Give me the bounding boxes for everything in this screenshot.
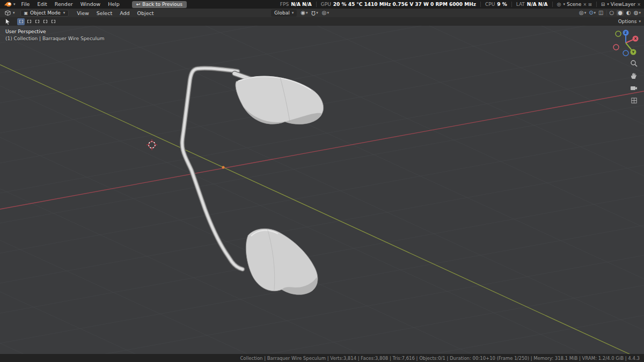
viewport-display-cluster: ◎ ▾ ⊙ ▾ ◫ ○ ● ◐ ◍ ▾ [579, 9, 641, 17]
scene-selector[interactable]: ◎ ▾ Scene × ⊞ [557, 2, 592, 7]
viewport-header: ▾ ▣ Object Mode ▾ View Select Add Object… [0, 9, 644, 17]
menu-edit[interactable]: Edit [33, 0, 50, 9]
cpu-value: 9 % [497, 2, 507, 7]
chevron-down-icon: ▾ [607, 3, 609, 6]
chevron-down-icon: ▾ [594, 11, 596, 15]
remove-viewlayer-icon[interactable]: × [637, 2, 641, 7]
divider [596, 2, 597, 7]
viewlayer-name[interactable]: ViewLayer [611, 2, 635, 7]
editor-type-button[interactable]: ▾ [3, 10, 16, 16]
new-scene-icon[interactable]: ⊞ [588, 2, 592, 7]
view-name-overlay: User Perspective [5, 28, 105, 35]
chevron-down-icon: ▾ [292, 11, 294, 15]
viewport-nav-controls [630, 59, 638, 105]
object-origin-dot[interactable] [222, 166, 225, 169]
scene-name[interactable]: Scene [567, 2, 581, 7]
select-subtract-tool-button[interactable] [33, 18, 41, 25]
cursor-3d [147, 139, 157, 150]
tweak-tool-button[interactable] [3, 18, 12, 25]
overlays-icon: ⊙ [589, 10, 593, 16]
select-subtract-icon [35, 20, 39, 23]
chevron-down-icon: ▾ [13, 11, 15, 15]
menu-object[interactable]: Object [134, 10, 158, 16]
cpu-stat: CPU 9 % [485, 2, 507, 7]
orthographic-toggle-button[interactable] [630, 96, 638, 105]
viewlayer-selector[interactable]: ⊟ ▾ ViewLayer × [601, 2, 641, 7]
select-intersect-tool-button[interactable] [49, 18, 57, 25]
grid-lines-x [0, 26, 644, 354]
shading-solid-icon: ● [618, 10, 623, 16]
viewport-3d[interactable]: User Perspective (1) Collection | Barraq… [0, 26, 644, 354]
back-label: Back to Previous [142, 2, 182, 7]
select-intersect-icon [52, 20, 55, 23]
lat-label: LAT [516, 2, 525, 7]
speculum-model[interactable] [182, 68, 323, 294]
gizmo-z-neg[interactable] [623, 50, 628, 56]
lat-value: N/A N/A [527, 2, 548, 7]
select-box-tool-button[interactable] [17, 18, 25, 25]
menu-select[interactable]: Select [93, 10, 116, 16]
orientation-selector[interactable]: Global ▾ [271, 10, 297, 17]
divider [511, 2, 512, 7]
fps-value: N/A N/A [291, 2, 312, 7]
xray-toggle-button[interactable]: ◫ [598, 10, 603, 16]
select-extend-tool-button[interactable] [25, 18, 33, 25]
overlays-toggle-button[interactable]: ⊙ ▾ [589, 10, 596, 16]
zoom-button[interactable] [630, 59, 638, 68]
menu-help[interactable]: Help [104, 0, 123, 9]
blender-window: ▾ File Edit Render Window Help ↩ Back to… [0, 0, 644, 362]
pivot-point-button[interactable]: ◉ ▾ [301, 10, 308, 16]
shading-solid-button[interactable]: ● [617, 10, 624, 16]
xray-icon: ◫ [598, 10, 603, 16]
menu-add[interactable]: Add [116, 10, 133, 16]
shading-rendered-button[interactable]: ◍ ▾ [634, 10, 641, 16]
pan-button[interactable] [630, 71, 638, 80]
viewport-editor-icon [4, 10, 11, 16]
mode-label: Object Mode [30, 10, 61, 16]
cursor-arrow-icon [4, 18, 11, 25]
fps-stat: FPS N/A N/A [280, 2, 312, 7]
snap-toggle-button[interactable]: Ω ▾ [311, 10, 318, 16]
lat-stat: LAT N/A N/A [516, 2, 548, 7]
unlink-scene-icon[interactable]: × [583, 2, 587, 7]
navigation-gizmo[interactable]: Z X Y [612, 28, 640, 58]
shading-wireframe-icon: ○ [610, 10, 614, 16]
gizmo-toggle-icon: ◎ [579, 10, 584, 16]
chevron-down-icon: ▾ [63, 11, 65, 15]
proportional-icon: ◎ [322, 10, 327, 16]
svg-text:Y: Y [632, 50, 635, 54]
active-object-overlay: (1) Collection | Barraquer Wire Speculum [5, 35, 105, 42]
back-to-previous-button[interactable]: ↩ Back to Previous [132, 1, 187, 8]
gpu-value: 20 % 45 °C 1410 MHz 0.756 V 37 W 0 RPM 6… [333, 2, 476, 7]
gizmo-y-neg[interactable] [616, 31, 621, 36]
select-extend-icon [27, 20, 31, 23]
divider [552, 2, 553, 7]
divider [606, 10, 607, 16]
shading-material-button[interactable]: ◐ [626, 10, 631, 16]
options-label: Options [618, 19, 637, 24]
menu-render[interactable]: Render [51, 0, 77, 9]
menu-view[interactable]: View [73, 10, 93, 16]
chevron-down-icon: ▾ [13, 3, 16, 6]
viewlayer-icon: ⊟ [601, 2, 605, 7]
mode-selector[interactable]: ▣ Object Mode ▾ [20, 10, 69, 17]
svg-text:Z: Z [625, 31, 627, 34]
viewport-canvas[interactable] [0, 26, 644, 354]
gizmo-toggle-button[interactable]: ◎ ▾ [579, 10, 586, 16]
proportional-edit-button[interactable]: ◎ ▾ [322, 10, 329, 16]
shading-rendered-icon: ◍ [634, 10, 639, 16]
status-bar: Collection | Barraquer Wire Speculum | V… [0, 354, 644, 362]
object-mode-icon: ▣ [24, 11, 28, 16]
bottom-blade [246, 228, 318, 294]
grid-lines-y [0, 26, 644, 354]
gizmo-x-neg[interactable] [613, 45, 619, 50]
shading-material-icon: ◐ [626, 10, 631, 16]
camera-view-button[interactable] [630, 84, 638, 92]
select-invert-tool-button[interactable] [41, 18, 49, 25]
menu-file[interactable]: File [18, 0, 34, 9]
blender-menu-button[interactable]: ▾ [2, 1, 18, 8]
options-dropdown[interactable]: Options ▾ [618, 19, 641, 24]
back-icon: ↩ [136, 2, 141, 7]
menu-window[interactable]: Window [77, 0, 104, 9]
shading-wireframe-button[interactable]: ○ [610, 10, 614, 16]
